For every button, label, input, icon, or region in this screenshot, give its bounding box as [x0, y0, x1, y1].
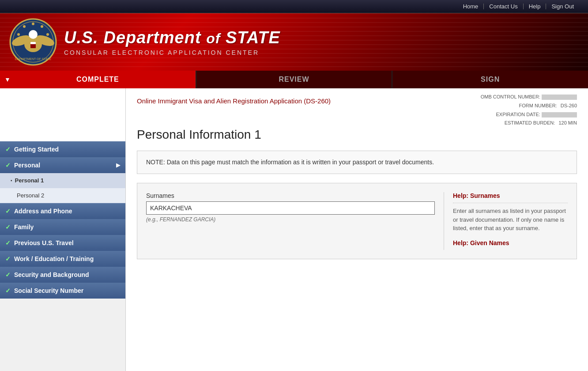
chevron-right-icon: ▶	[116, 162, 120, 168]
check-icon: ✓	[5, 223, 11, 231]
svg-point-11	[17, 33, 20, 36]
help-link[interactable]: Help	[524, 4, 547, 9]
tab-review[interactable]: REVIEW	[196, 71, 392, 88]
check-icon: ✓	[5, 162, 11, 169]
check-icon: ✓	[5, 208, 11, 215]
content-area: OMB CONTROL NUMBER: FORM NUMBER: DS-260 …	[126, 88, 588, 371]
bullet-icon: ▪	[11, 178, 12, 183]
sidebar: ✓ Getting Started ✓ Personal ▶ ▪ Persona…	[0, 88, 126, 371]
contact-link[interactable]: Contact Us	[484, 4, 523, 9]
sidebar-item-personal[interactable]: ✓ Personal ▶	[0, 157, 125, 173]
sidebar-item-social-security[interactable]: ✓ Social Security Number	[0, 283, 125, 299]
sidebar-item-security-background[interactable]: ✓ Security and Background	[0, 267, 125, 283]
check-icon: ✓	[5, 146, 11, 153]
surnames-hint: (e.g., FERNANDEZ GARCIA)	[146, 216, 435, 223]
main-layout: ✓ Getting Started ✓ Personal ▶ ▪ Persona…	[0, 88, 588, 371]
omb-value-blurred	[542, 95, 577, 100]
sidebar-item-work-education-training[interactable]: ✓ Work / Education / Training	[0, 251, 125, 267]
svg-point-10	[41, 25, 43, 28]
help-surnames-text: Enter all surnames as listed in your pas…	[453, 203, 568, 233]
svg-point-8	[32, 23, 34, 25]
dept-subtitle: CONSULAR ELECTRONIC APPLICATION CENTER	[64, 49, 280, 56]
dept-name: U.S. Department of STATE	[64, 28, 280, 47]
svg-text:DEPARTMENT OF STATE: DEPARTMENT OF STATE	[15, 57, 52, 61]
home-link[interactable]: Home	[458, 4, 484, 9]
help-surnames-title: Help: Surnames	[453, 192, 568, 199]
check-icon: ✓	[5, 239, 11, 246]
check-icon: ✓	[5, 287, 11, 294]
omb-info: OMB CONTROL NUMBER: FORM NUMBER: DS-260 …	[481, 93, 577, 128]
tabs-bar: ▼ COMPLETE REVIEW SIGN	[0, 71, 588, 88]
header-banner: DEPARTMENT OF STATE U.S. Department of S…	[0, 13, 588, 71]
top-nav: Home Contact Us Help Sign Out	[0, 0, 588, 13]
note-box: NOTE: Data on this page must match the i…	[137, 151, 577, 174]
sidebar-top-white	[0, 88, 125, 141]
sidebar-item-previous-us-travel[interactable]: ✓ Previous U.S. Travel	[0, 235, 125, 251]
sidebar-item-personal-1[interactable]: ▪ Personal 1	[0, 173, 125, 188]
expiration-value-blurred	[542, 112, 577, 117]
form-divider	[444, 192, 444, 250]
svg-point-9	[23, 25, 26, 28]
signout-link[interactable]: Sign Out	[546, 4, 579, 9]
help-given-title: Help: Given Names	[453, 239, 568, 246]
department-seal: DEPARTMENT OF STATE	[9, 18, 57, 66]
sidebar-item-getting-started[interactable]: ✓ Getting Started	[0, 141, 125, 157]
sidebar-item-personal-2[interactable]: Personal 2	[0, 188, 125, 203]
check-icon: ✓	[5, 271, 11, 278]
check-icon: ✓	[5, 255, 11, 262]
svg-point-5	[29, 30, 38, 39]
header-title: U.S. Department of STATE CONSULAR ELECTR…	[64, 28, 280, 56]
sidebar-item-address-phone[interactable]: ✓ Address and Phone	[0, 203, 125, 219]
svg-point-12	[46, 33, 49, 36]
tab-arrow-icon: ▼	[4, 76, 11, 83]
svg-rect-7	[30, 42, 36, 44]
page-title: Personal Information 1	[137, 128, 577, 142]
surnames-input[interactable]	[146, 201, 435, 215]
form-section: Surnames (e.g., FERNANDEZ GARCIA) Help: …	[137, 183, 577, 259]
sidebar-item-family[interactable]: ✓ Family	[0, 219, 125, 235]
surnames-label: Surnames	[146, 192, 435, 199]
tab-sign[interactable]: SIGN	[392, 71, 588, 88]
tab-complete[interactable]: ▼ COMPLETE	[0, 71, 196, 88]
form-right: Help: Surnames Enter all surnames as lis…	[453, 192, 568, 250]
form-left: Surnames (e.g., FERNANDEZ GARCIA)	[146, 192, 435, 250]
